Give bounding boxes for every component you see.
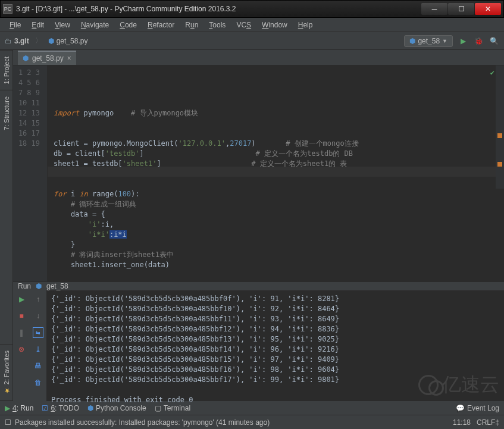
code-area[interactable]: ✔ import pymongo # 导入pymongo模块 client = … [48, 65, 504, 281]
scroll-end-button[interactable]: ⤓ [33, 344, 43, 355]
print-button[interactable]: 🖶 [33, 361, 43, 371]
error-stripe[interactable] [496, 65, 504, 189]
run-button[interactable]: ▶ [458, 36, 468, 46]
line-separator[interactable]: CRLF‡ [477, 418, 499, 427]
debug-button[interactable]: 🐞 [473, 36, 484, 46]
run-tool-window: Run ⬢ get_58 ▶ ■ ‖ ⊗ ↑ ↓ ⇆ ⤓ 🖶 🗑 [13, 281, 504, 400]
menu-vcs[interactable]: VCS [231, 20, 256, 30]
menu-view[interactable]: View [50, 20, 75, 30]
breadcrumb-file[interactable]: get_58.py [57, 37, 88, 45]
menu-code[interactable]: Code [115, 20, 142, 30]
up-button[interactable]: ↑ [33, 294, 43, 305]
python-icon: ⬢ [48, 37, 54, 45]
tab-filename: get_58.py [32, 54, 64, 62]
editor-tab[interactable]: ⬢ get_58.py × [18, 51, 76, 65]
app-icon: PC [3, 4, 12, 14]
menu-tools[interactable]: Tools [204, 20, 230, 30]
minimize-button[interactable]: ─ [421, 3, 447, 15]
sidetab-structure[interactable]: 7: Structure [0, 90, 12, 136]
clear-button[interactable]: 🗑 [33, 377, 43, 388]
window-title: 3.git - [D:\3.git] - ...\get_58.py - PyC… [16, 5, 421, 13]
maximize-button[interactable]: ☐ [448, 3, 474, 15]
menu-edit[interactable]: Edit [27, 20, 49, 30]
console-output[interactable]: {'_id': ObjectId('589d3cb5d5cb300a485bbf… [46, 290, 504, 409]
bottom-tab-terminal[interactable]: ▢Terminal [155, 404, 190, 412]
menu-window[interactable]: Window [257, 20, 292, 30]
soft-wrap-button[interactable]: ⇆ [33, 327, 43, 338]
bottom-tab-todo[interactable]: ☑6: TODO [42, 404, 79, 412]
navigation-bar: 🗀 3.git 〉 ⬢ get_58.py ⬢ get_58 ▼ ▶ 🐞 🔍 [0, 32, 504, 50]
run-header[interactable]: Run ⬢ get_58 [13, 282, 504, 290]
breadcrumb-sep: 〉 [35, 36, 42, 46]
run-config-name: get_58 [418, 37, 440, 45]
menu-file[interactable]: File [5, 20, 26, 30]
exit-button[interactable]: ⊗ [16, 344, 27, 355]
left-sidebar-bottom: ★2: Favorites [0, 344, 13, 400]
analysis-ok-icon: ✔ [490, 68, 494, 78]
close-button[interactable]: ✕ [475, 3, 501, 15]
menu-navigate[interactable]: Navigate [76, 20, 114, 30]
event-log-button[interactable]: 💬Event Log [456, 404, 499, 412]
folder-icon: 🗀 [5, 37, 12, 45]
pause-button[interactable]: ‖ [16, 327, 27, 338]
status-icon: ☐ [5, 418, 11, 427]
search-button[interactable]: 🔍 [489, 36, 499, 46]
menu-refactor[interactable]: Refactor [143, 20, 179, 30]
bottom-tab-console[interactable]: ⬢Python Console [87, 404, 146, 412]
run-header-title: Run [18, 282, 31, 290]
python-icon: ⬢ [23, 54, 29, 62]
run-config-selector[interactable]: ⬢ get_58 ▼ [404, 35, 453, 47]
titlebar: PC 3.git - [D:\3.git] - ...\get_58.py - … [0, 0, 504, 18]
gutter: 1 2 3 4 5 6 7 8 9 10 11 12 13 14 15 16 1… [13, 65, 48, 281]
close-tab-icon[interactable]: × [67, 54, 71, 62]
rerun-button[interactable]: ▶ [16, 294, 27, 305]
python-icon: ⬢ [36, 282, 42, 290]
chevron-down-icon: ▼ [442, 38, 447, 44]
sidetab-project[interactable]: 1: Project [0, 50, 12, 90]
down-button[interactable]: ↓ [33, 311, 43, 321]
menu-run[interactable]: Run [180, 20, 203, 30]
left-sidebar: 1: Project 7: Structure [0, 50, 13, 344]
editor-tabs: ⬢ get_58.py × [13, 50, 504, 65]
bottom-tab-run[interactable]: ▶4: Run [5, 404, 33, 412]
run-actions: ▶ ■ ‖ ⊗ [13, 290, 30, 409]
caret-position[interactable]: 11:18 [453, 418, 471, 427]
run-header-name: get_58 [46, 282, 68, 290]
python-icon: ⬢ [409, 37, 415, 45]
editor[interactable]: 1 2 3 4 5 6 7 8 9 10 11 12 13 14 15 16 1… [13, 65, 504, 281]
menubar: File Edit View Navigate Code Refactor Ru… [0, 18, 504, 32]
menu-help[interactable]: Help [293, 20, 318, 30]
status-bar: ☐ Packages installed successfully: Insta… [0, 415, 504, 429]
sidetab-favorites[interactable]: ★2: Favorites [0, 344, 12, 400]
breadcrumb-project[interactable]: 3.git [14, 37, 29, 45]
status-message: Packages installed successfully: Install… [15, 418, 270, 427]
stop-button[interactable]: ■ [16, 311, 27, 321]
run-actions-2: ↑ ↓ ⇆ ⤓ 🖶 🗑 [30, 290, 46, 409]
